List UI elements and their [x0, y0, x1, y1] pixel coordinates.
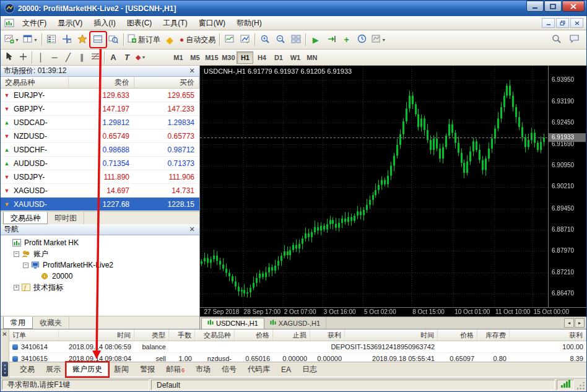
- terminal-column-手数-3[interactable]: 手数: [169, 329, 195, 341]
- tile-windows-button[interactable]: [288, 32, 303, 47]
- terminal-tab-新闻[interactable]: 新闻: [108, 362, 134, 377]
- new-order-button[interactable]: 新订单: [126, 32, 162, 47]
- auto-scroll-button[interactable]: ▶: [308, 32, 323, 47]
- menu-item-显示(V)[interactable]: 显示(V): [52, 16, 88, 30]
- terminal-close-icon[interactable]: ✕: [1, 331, 8, 338]
- market-watch-row-USDJPY-[interactable]: ▼USDJPY-111.890111.906: [1, 170, 199, 184]
- timeframe-M1[interactable]: M1: [170, 51, 186, 64]
- chart-window-icon[interactable]: [4, 19, 14, 27]
- status-profile[interactable]: Default: [151, 380, 555, 390]
- market-watch-column-卖价[interactable]: 卖价: [69, 77, 134, 88]
- market-watch-column-买价[interactable]: 买价: [134, 77, 199, 88]
- chart-minimize-button[interactable]: [542, 18, 555, 28]
- market-watch-row-NZDUSD-[interactable]: ▼NZDUSD-0.657490.65773: [1, 129, 199, 143]
- market-watch-close-icon[interactable]: ✕: [188, 67, 196, 76]
- period-clock-button[interactable]: [354, 32, 370, 47]
- terminal-tab-代码库[interactable]: 代码库: [242, 362, 276, 377]
- terminal-row-3410615[interactable]: 34106152018.09.14 09:08:04sell1.00nzdusd…: [9, 353, 586, 362]
- zoom-in-button[interactable]: [257, 32, 272, 47]
- terminal-tab-日志[interactable]: 日志: [297, 362, 323, 377]
- chart-close-button[interactable]: [570, 18, 583, 28]
- menu-item-工具(T)[interactable]: 工具(T): [157, 16, 193, 30]
- arrows-tool-button[interactable]: ◆ ▼: [134, 51, 147, 64]
- autotrading-button[interactable]: ● 自动交易: [178, 32, 217, 47]
- terminal-column-获利-11[interactable]: 获利: [510, 329, 586, 341]
- terminal-tab-交易[interactable]: 交易: [14, 362, 40, 377]
- trendline-tool-button[interactable]: ╱: [61, 51, 75, 64]
- metaeditor-button[interactable]: ◆: [162, 32, 178, 47]
- tree-item-Profit Market HK[interactable]: Profit Market HK: [1, 237, 199, 248]
- terminal-row-3410614[interactable]: 34106142018.09.14 08:06:59balanceDEPOSIT…: [9, 341, 586, 353]
- market-watch-column-交易品种[interactable]: 交易品种: [1, 77, 69, 88]
- terminal-tab-EA[interactable]: EA: [276, 364, 297, 376]
- terminal-tab-账户历史[interactable]: 账户历史: [66, 362, 108, 377]
- terminal-tab-展示[interactable]: 展示: [40, 362, 66, 377]
- search-button[interactable]: [549, 32, 564, 47]
- terminal-tab-市场[interactable]: 市场: [190, 362, 216, 377]
- scroll-right-icon[interactable]: ▸: [575, 318, 585, 328]
- terminal-column-时间-8[interactable]: 时间: [345, 329, 438, 341]
- indicators-button[interactable]: [222, 32, 237, 47]
- resize-grip[interactable]: [576, 380, 585, 390]
- strategy-tester-button[interactable]: [106, 32, 121, 47]
- timeframe-D1[interactable]: D1: [270, 51, 287, 64]
- timeframe-MN[interactable]: MN: [303, 51, 320, 64]
- terminal-column-价格-9[interactable]: 价格: [438, 329, 477, 341]
- fibonacci-tool-button[interactable]: [89, 51, 102, 64]
- navigator-tab-收藏夹[interactable]: 收藏夹: [33, 316, 69, 329]
- tree-item-ProfitMarketHK-Live2[interactable]: −ProfitMarketHK-Live2: [1, 259, 199, 271]
- data-window-button[interactable]: [59, 32, 75, 47]
- menu-item-窗口(W)[interactable]: 窗口(W): [193, 16, 231, 30]
- menu-item-插入(I)[interactable]: 插入(I): [88, 16, 121, 30]
- timeframe-M15[interactable]: M15: [203, 51, 220, 64]
- chat-button[interactable]: [567, 32, 582, 47]
- terminal-tab-警报[interactable]: 警报: [134, 362, 160, 377]
- tree-item-技术指标[interactable]: +f技术指标: [1, 282, 199, 293]
- navigator-toggle-button[interactable]: [75, 32, 90, 47]
- market-watch-toggle-button[interactable]: [44, 32, 59, 47]
- expand-icon[interactable]: +: [14, 285, 19, 290]
- terminal-column-时间-1[interactable]: 时间: [59, 329, 134, 341]
- market-watch-row-USDCAD-[interactable]: ▲USDCAD-1.298121.29834: [1, 116, 199, 129]
- terminal-column-类型-2[interactable]: 类型: [134, 329, 169, 341]
- market-watch-row-EURJPY-[interactable]: ▼EURJPY-129.633129.655: [1, 89, 199, 102]
- zoom-out-button[interactable]: [272, 32, 288, 47]
- timeframe-H1[interactable]: H1: [237, 51, 253, 64]
- terminal-column-库存费-10[interactable]: 库存费: [477, 329, 510, 341]
- maximize-button[interactable]: [544, 1, 562, 12]
- toolbar-terminal-button[interactable]: [90, 32, 106, 47]
- profiles-button[interactable]: ▼: [21, 32, 40, 47]
- timeframe-W1[interactable]: W1: [287, 51, 303, 64]
- timeframe-M5[interactable]: M5: [186, 51, 203, 64]
- chart-restore-button[interactable]: [556, 18, 569, 28]
- text-tool-button[interactable]: A: [107, 51, 120, 64]
- scroll-left-icon[interactable]: ◂: [564, 318, 574, 328]
- chart-tab-USDCNH-,H1[interactable]: USDCNH-,H1: [201, 318, 264, 329]
- collapse-icon[interactable]: −: [14, 251, 19, 257]
- close-button[interactable]: [562, 1, 585, 12]
- text-label-tool-button[interactable]: T: [120, 51, 134, 64]
- crosshair-tool-button[interactable]: [16, 51, 30, 64]
- market-watch-tab-交易品种[interactable]: 交易品种: [3, 212, 48, 224]
- tree-item-20000[interactable]: 20000: [1, 271, 199, 282]
- chart-canvas[interactable]: [200, 66, 586, 316]
- terminal-tab-信号[interactable]: 信号: [216, 362, 242, 377]
- cursor-tool-button[interactable]: [2, 51, 16, 64]
- panel-handle-icon[interactable]: [2, 362, 8, 377]
- market-watch-row-AUDUSD-[interactable]: ▲AUDUSD-0.713540.71373: [1, 157, 199, 170]
- navigator-close-icon[interactable]: ✕: [188, 225, 196, 234]
- terminal-column-订单-0[interactable]: 订单: [9, 329, 59, 341]
- channel-tool-button[interactable]: ∥: [75, 51, 89, 64]
- terminal-column-交易品种-4[interactable]: 交易品种: [195, 329, 235, 341]
- collapse-icon[interactable]: −: [23, 263, 28, 268]
- new-object-button[interactable]: +: [339, 32, 354, 47]
- periods-button[interactable]: [237, 32, 253, 47]
- terminal-column-价格-5[interactable]: 价格: [235, 329, 273, 341]
- horizontal-line-tool-button[interactable]: ─: [48, 51, 61, 64]
- market-watch-tab-即时图[interactable]: 即时图: [48, 212, 84, 224]
- tree-item-账户[interactable]: −账户: [1, 248, 199, 259]
- timeframe-H4[interactable]: H4: [253, 51, 270, 64]
- chart-tab-XAGUSD-,H1[interactable]: XAGUSD-,H1: [264, 318, 326, 329]
- terminal-column-获利-7[interactable]: 获利: [310, 329, 345, 341]
- menu-item-文件(F)[interactable]: 文件(F): [17, 16, 52, 30]
